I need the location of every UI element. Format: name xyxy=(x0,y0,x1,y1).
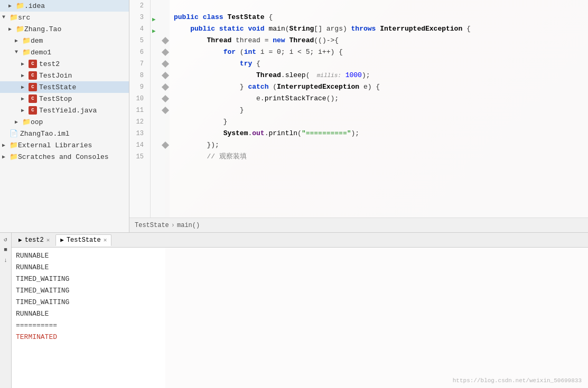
watermark: https://blog.csdn.net/weixin_50699833 xyxy=(453,377,582,384)
line-num-12: 12 xyxy=(129,116,147,128)
java-icon: C xyxy=(29,94,37,103)
console-line-2: RUNNABLE xyxy=(16,261,584,273)
code-line-10: e.printStackTrace(); xyxy=(174,93,588,105)
stop-icon[interactable]: ■ xyxy=(2,245,10,254)
run-button-3[interactable]: ▶ xyxy=(152,14,160,21)
code-line-8: Thread.sleep( millis: 1000); xyxy=(174,70,588,81)
breakpoint-gutter xyxy=(161,0,170,217)
folder-icon: 📁 xyxy=(16,25,24,33)
expand-icon: ▶ xyxy=(21,107,27,113)
tab-label: TestState xyxy=(67,236,101,244)
sidebar-item-label: .idea xyxy=(24,2,45,10)
console-tabs: ▶ test2 ✕ ▶ TestState ✕ xyxy=(12,233,588,248)
code-line-6: for (int i = 0; i < 5; i++) { xyxy=(174,46,588,58)
expand-icon: ▶ xyxy=(8,26,15,32)
line-num-8: 8 xyxy=(129,70,147,81)
left-toolbar: ↺ ■ ↓ xyxy=(0,233,12,388)
code-line-14: }); xyxy=(174,139,588,151)
line-num-3: 3 xyxy=(129,12,147,23)
code-line-5: Thread thread = new Thread(()->{ xyxy=(174,35,588,46)
folder-icon: 📁 xyxy=(16,2,24,10)
sidebar-item-scratches[interactable]: ▶ 📁 Scratches and Consoles xyxy=(0,151,129,163)
sidebar-item-label: TestStop xyxy=(39,95,72,103)
line-number-gutter: 2 3 4 5 6 7 8 9 10 11 12 13 14 15 xyxy=(129,0,151,217)
sidebar-item-idea[interactable]: ▶ 📁 .idea xyxy=(0,0,129,12)
console-line-1: RUNNABLE xyxy=(16,250,584,261)
sidebar-item-label: External Libraries xyxy=(18,141,92,149)
console-line-8: TERMINATED xyxy=(16,331,584,343)
sidebar-item-label: Zhang.Tao xyxy=(24,25,61,33)
code-line-3: public class TestState { xyxy=(174,12,588,23)
folder-icon: 📁 xyxy=(22,118,31,126)
console-line-6: RUNNABLE xyxy=(16,308,584,319)
console-line-3: TIMED_WAITING xyxy=(16,273,584,285)
sidebar-item-zhangtao-iml[interactable]: 📄 ZhangTao.iml xyxy=(0,128,129,139)
sidebar-item-oop[interactable]: ▶ 📁 oop xyxy=(0,116,129,128)
sidebar-item-testyield[interactable]: ▶ C TestYield.java xyxy=(0,105,129,116)
expand-icon: ▶ xyxy=(15,119,21,125)
restart-icon[interactable]: ↺ xyxy=(2,235,10,243)
expand-icon: ▶ xyxy=(21,84,27,90)
line-num-13: 13 xyxy=(129,128,147,139)
breadcrumb-class: TestState xyxy=(135,222,169,229)
sidebar-item-label: dem xyxy=(31,37,43,45)
sidebar-item-label: ZhangTao.iml xyxy=(20,130,70,138)
tab-close-button[interactable]: ✕ xyxy=(104,236,107,243)
sidebar-item-external-libs[interactable]: ▶ 📁 External Libraries xyxy=(0,139,129,151)
breadcrumb-sep: › xyxy=(171,222,175,229)
folder-icon: 📁 xyxy=(10,13,18,22)
down-icon[interactable]: ↓ xyxy=(2,256,10,264)
console-line-7: ========== xyxy=(16,319,584,331)
expand-icon: ▶ xyxy=(21,72,27,79)
tab-teststate[interactable]: ▶ TestState ✕ xyxy=(55,234,111,246)
sidebar-item-test2[interactable]: ▶ C test2 xyxy=(0,58,129,70)
sidebar-item-teststate[interactable]: ▶ C TestState xyxy=(0,81,129,93)
line-num-11: 11 xyxy=(129,105,147,116)
breadcrumb: TestState › main() xyxy=(129,217,588,232)
expand-icon: ▶ xyxy=(21,96,27,102)
folder-icon: 📁 xyxy=(10,141,18,149)
tab-close-button[interactable]: ✕ xyxy=(46,236,50,243)
bottom-section: ↺ ■ ↓ ▶ test2 ✕ ▶ TestState ✕ xyxy=(0,232,588,388)
sidebar-item-testjoin[interactable]: ▶ C TestJoin xyxy=(0,70,129,81)
sidebar-item-label: TestJoin xyxy=(39,72,72,80)
expand-icon: ▼ xyxy=(15,49,21,55)
code-line-7: try { xyxy=(174,58,588,70)
file-icon: 📄 xyxy=(10,129,18,138)
line-num-5: 5 xyxy=(129,35,147,46)
top-section: ▶ 📁 .idea ▼ 📁 src ▶ 📁 Zhang.Tao ▶ 📁 dem xyxy=(0,0,588,232)
sidebar-item-dem[interactable]: ▶ 📁 dem xyxy=(0,35,129,46)
code-line-13: System.out.println("=========="); xyxy=(174,128,588,139)
code-line-9: } catch (InterruptedException e) { xyxy=(174,81,588,93)
sidebar-item-label: oop xyxy=(31,118,43,126)
sidebar-item-teststop[interactable]: ▶ C TestStop xyxy=(0,93,129,105)
sidebar-item-label: test2 xyxy=(39,60,60,68)
collapse-icon: ▶ xyxy=(8,3,15,9)
code-line-4: public static void main(String[] args) t… xyxy=(174,23,588,35)
code-lines: public class TestState { public static v… xyxy=(170,0,588,217)
sidebar-item-src[interactable]: ▼ 📁 src xyxy=(0,12,129,23)
folder-icon: 📁 xyxy=(22,48,31,56)
java-icon: C xyxy=(29,106,37,115)
line-num-15: 15 xyxy=(129,151,147,163)
code-line-15: // 观察装填 xyxy=(174,151,588,163)
sidebar-item-zhangtao[interactable]: ▶ 📁 Zhang.Tao xyxy=(0,23,129,35)
java-icon: C xyxy=(29,71,37,80)
breadcrumb-method: main() xyxy=(177,222,200,229)
sidebar-item-demo1[interactable]: ▼ 📁 demo1 xyxy=(0,46,129,58)
expand-icon: ▶ xyxy=(2,154,8,160)
run-gutter: ▶ ▶ xyxy=(151,0,161,217)
line-num-4: 4 xyxy=(129,23,147,35)
expand-icon: ▶ xyxy=(21,61,27,67)
expand-icon: ▶ xyxy=(15,37,21,44)
line-num-7: 7 xyxy=(129,58,147,70)
java-icon: C xyxy=(29,83,37,91)
line-num-6: 6 xyxy=(129,46,147,58)
tab-test2[interactable]: ▶ test2 ✕ xyxy=(14,234,54,246)
console-line-4: TIMED_WAITING xyxy=(16,285,584,296)
folder-icon: 📁 xyxy=(10,153,18,161)
line-num-14: 14 xyxy=(129,139,147,151)
code-line-2 xyxy=(174,0,588,12)
console-line-5: TIMED_WAITING xyxy=(16,296,584,308)
run-button-4[interactable]: ▶ xyxy=(152,25,160,33)
